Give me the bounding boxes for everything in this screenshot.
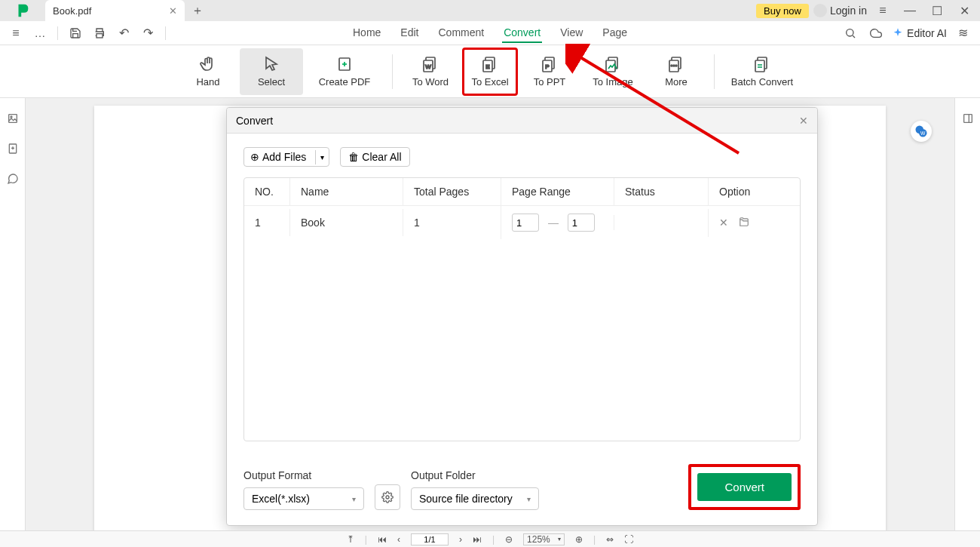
remove-row-icon[interactable]: ✕ [719, 217, 728, 229]
app-logo [0, 0, 45, 21]
svg-rect-0 [96, 33, 103, 37]
svg-text:E: E [485, 63, 489, 70]
col-status: Status [614, 178, 708, 205]
clear-all-button[interactable]: 🗑Clear All [340, 147, 409, 167]
menu-convert[interactable]: Convert [502, 23, 542, 43]
svg-rect-29 [963, 115, 972, 123]
right-side-rail [954, 98, 980, 530]
svg-point-19 [671, 65, 672, 66]
zoom-in-icon[interactable]: ⊕ [575, 534, 583, 545]
editor-ai-button[interactable]: Editor AI [892, 27, 947, 39]
menu-home[interactable]: Home [351, 23, 382, 43]
svg-text:W: W [425, 63, 431, 70]
document-tab[interactable]: Book.pdf ✕ [45, 0, 185, 21]
menu-bar: ≡ … ↶ ↷ Home Edit Comment Convert View P… [0, 21, 980, 45]
close-tab-icon[interactable]: ✕ [169, 5, 177, 17]
title-bar: Book.pdf ✕ ＋ Buy now Login in ≡ — ☐ ✕ [0, 0, 980, 21]
zoom-out-icon[interactable]: ⊖ [505, 534, 513, 545]
svg-point-35 [386, 496, 389, 499]
range-to-input[interactable] [568, 214, 595, 232]
prev-page-icon[interactable]: ‹ [397, 534, 400, 545]
range-separator: — [548, 217, 559, 229]
col-range: Page Range [501, 178, 614, 205]
trash-icon: 🗑 [348, 151, 359, 163]
menu-edit[interactable]: Edit [399, 23, 420, 43]
dialog-header: Convert ✕ [227, 108, 817, 134]
dialog-close-icon[interactable]: ✕ [799, 115, 808, 127]
menu-page[interactable]: Page [601, 23, 629, 43]
new-tab-button[interactable]: ＋ [185, 0, 210, 21]
comment-panel-icon[interactable] [3, 169, 23, 189]
tool-select[interactable]: Select [240, 48, 303, 95]
svg-point-1 [847, 29, 853, 35]
range-from-input[interactable] [512, 214, 539, 232]
next-page-icon[interactable]: › [459, 534, 462, 545]
convert-ribbon: Hand Select Create PDF W To Word E To Ex… [0, 45, 980, 98]
print-icon[interactable] [90, 23, 109, 43]
tool-to-ppt[interactable]: P To PPT [518, 48, 581, 95]
output-folder-dropdown[interactable]: Source file directory▾ [411, 487, 539, 510]
zoom-dropdown[interactable]: 125%▾ [523, 533, 565, 545]
hamburger-icon[interactable]: ≡ [871, 2, 894, 19]
close-window-icon[interactable]: ✕ [953, 2, 975, 19]
highlight-to-excel: E To Excel [462, 48, 518, 96]
dialog-toolbar: ⊕Add Files ▾ 🗑Clear All [243, 147, 801, 167]
tool-batch-convert[interactable]: Batch Convert [721, 48, 804, 95]
svg-rect-24 [8, 115, 17, 123]
table-row: 1 Book 1 — ✕ [244, 206, 800, 239]
tab-title: Book.pdf [53, 5, 91, 17]
word-floating-icon[interactable]: W [911, 121, 932, 142]
buy-now-button[interactable]: Buy now [756, 4, 809, 18]
svg-point-25 [11, 116, 12, 118]
table-header: NO. Name Total Pages Page Range Status O… [244, 178, 800, 206]
output-format-dropdown[interactable]: Excel(*.xlsx)▾ [243, 487, 364, 510]
fit-page-icon[interactable]: ⛶ [624, 534, 633, 545]
login-button[interactable]: Login in [813, 4, 867, 17]
svg-point-20 [673, 65, 675, 66]
add-files-dropdown-icon[interactable]: ▾ [315, 150, 329, 164]
first-page-icon[interactable]: ⤒ [347, 534, 354, 545]
menu-icon[interactable]: ≡ [6, 23, 26, 43]
tool-to-excel[interactable]: E To Excel [465, 51, 515, 93]
right-panel-icon[interactable] [958, 109, 978, 128]
files-table: NO. Name Total Pages Page Range Status O… [243, 177, 801, 441]
tool-to-word[interactable]: W To Word [399, 48, 462, 95]
redo-icon[interactable]: ↷ [138, 23, 158, 43]
thumbnail-panel-icon[interactable] [3, 109, 23, 128]
page-number-input[interactable] [411, 533, 449, 545]
next-section-icon[interactable]: ⏭ [473, 534, 482, 545]
tool-create-pdf[interactable]: Create PDF [303, 48, 386, 95]
minimize-icon[interactable]: — [899, 2, 921, 19]
fit-width-icon[interactable]: ⇔ [606, 534, 614, 545]
svg-text:W: W [920, 131, 926, 136]
convert-dialog: Convert ✕ ⊕Add Files ▾ 🗑Clear All NO. Na… [226, 107, 818, 526]
tool-to-image[interactable]: To Image [581, 48, 645, 95]
svg-text:P: P [545, 63, 549, 70]
bookmark-panel-icon[interactable] [3, 139, 23, 158]
output-folder-group: Output Folder Source file directory▾ [411, 469, 539, 510]
convert-button[interactable]: Convert [697, 473, 792, 501]
col-total: Total Pages [403, 178, 501, 205]
save-icon[interactable] [66, 23, 85, 43]
open-folder-icon[interactable] [739, 217, 749, 229]
panel-toggle-icon[interactable]: ≋ [953, 23, 972, 43]
tool-hand[interactable]: Hand [176, 48, 240, 95]
prev-section-icon[interactable]: ⏮ [378, 534, 387, 545]
avatar-icon [813, 4, 827, 17]
main-menu: Home Edit Comment Convert View Page [351, 23, 629, 43]
menu-comment[interactable]: Comment [436, 23, 485, 43]
cloud-icon[interactable] [866, 23, 886, 43]
search-icon[interactable] [841, 23, 860, 43]
title-right-group: Buy now Login in ≡ — ☐ ✕ [756, 0, 980, 21]
chevron-down-icon: ▾ [352, 495, 356, 503]
output-format-label: Output Format [243, 469, 364, 481]
undo-icon[interactable]: ↶ [114, 23, 133, 43]
maximize-icon[interactable]: ☐ [926, 2, 948, 19]
output-settings-button[interactable] [375, 484, 400, 510]
chevron-down-icon: ▾ [527, 495, 531, 503]
more-dots-icon[interactable]: … [30, 23, 50, 43]
menu-view[interactable]: View [559, 23, 584, 43]
add-files-button[interactable]: ⊕Add Files ▾ [243, 147, 329, 167]
dialog-body: ⊕Add Files ▾ 🗑Clear All NO. Name Total P… [227, 134, 817, 455]
tool-more[interactable]: More [645, 48, 708, 95]
